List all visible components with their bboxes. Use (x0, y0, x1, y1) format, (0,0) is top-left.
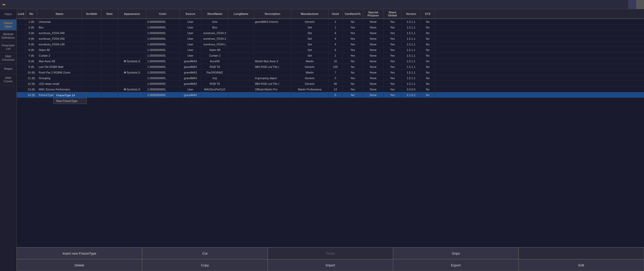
cell-appearance-12: Symbols.S (118, 87, 146, 92)
sidebar-item-dmx-curves[interactable]: DMX Curves (0, 74, 16, 85)
cell-scribble-4 (82, 41, 101, 47)
cell-name-7: Mac Aura XB (37, 58, 82, 64)
delete-button[interactable]: Delete (17, 259, 142, 271)
cell-scribble-6 (82, 53, 101, 58)
cell-no-5: 6 (8) (26, 47, 37, 53)
cell-xyz-7: No (421, 58, 435, 64)
sidebar-item-fixture-types[interactable]: Fixture Types (0, 19, 16, 30)
col-header-xyz: XYZ (421, 9, 435, 18)
cell-note-0 (101, 19, 118, 24)
paste-button[interactable]: Paste (268, 247, 393, 259)
table-row[interactable]: 2 (8) Box 1.0000000000, User Box Set 1 Y… (17, 25, 644, 30)
cell-name-10: Grouping (37, 75, 82, 81)
cell-shortname-6: Curtain 2 (201, 53, 228, 58)
cell-description-12: Official Martin Pro (254, 87, 291, 92)
table-row[interactable]: 9 (8) Led Tile RGB8 Wall 1.0000000000, g… (17, 64, 644, 70)
content-area: Lock No Name Scribble Note Appearance Co… (17, 9, 644, 271)
cell-scribble-12 (82, 87, 101, 92)
cell-longname-8 (228, 64, 254, 69)
cell-lock-3 (17, 36, 26, 41)
cell-xyz-3: No (421, 36, 435, 41)
col-header-scribble: Scribble (82, 9, 101, 18)
table-rows-container: 1 (8) Universal 0.0000000000, User Univ … (17, 19, 644, 98)
context-menu-item-new-fixture[interactable]: New FixtureType (54, 98, 86, 104)
table-row[interactable]: 4 (8) eurotruss_FD34-250 1.0000000000, U… (17, 36, 644, 41)
table-row[interactable]: 3 (8) eurotruss_FD34-300 1.0000000000, U… (17, 30, 644, 36)
sidebar-item-dmx-universes[interactable]: DMX Universes (0, 53, 16, 64)
table-row[interactable]: 10 (8) Rush Par 2 RGBW Zoom Symbols.S 1.… (17, 70, 644, 75)
cell-manufacturer-1: Set (291, 25, 328, 30)
cell-no-8: 9 (8) (26, 64, 37, 69)
cell-scribble-9 (82, 70, 101, 75)
table-row[interactable]: 11 (8) Grouping 1.0000000000, grandMA3 G… (17, 75, 644, 81)
cell-version-11: 1.5.1.1 (402, 81, 421, 86)
cell-canhavech-4: Yes (343, 41, 363, 47)
table-row[interactable]: 13 (8) MAC Encore Performanc Symbols.S 1… (17, 87, 644, 92)
cell-appearance-7: Symbols.S (118, 58, 146, 64)
cell-canhavech-3: Yes (343, 36, 363, 41)
cell-manufacturer-9: Martin (291, 70, 328, 75)
table-row[interactable]: 8 (8) Mac Aura XB Symbols.S 1.0000000000… (17, 58, 644, 64)
cell-used-9: 7 (328, 70, 343, 75)
cell-no-6: 7 (8) (26, 53, 37, 58)
cell-canhavech-7: No (343, 58, 363, 64)
cell-shareglobal-1: Yes (384, 25, 402, 30)
dot-icon (124, 60, 126, 62)
cell-no-10: 11 (8) (26, 75, 37, 81)
cell-appearance-13 (118, 92, 146, 98)
dot-icon (124, 71, 126, 74)
table-row[interactable]: 5 (8) eurotruss_FD34-L90 1.0000000000, U… (17, 41, 644, 47)
cell-canhavech-12: Yes (343, 87, 363, 92)
cell-note-13 (101, 92, 118, 98)
col-header-used: Used (328, 9, 343, 18)
dot-icon (124, 88, 126, 90)
cell-specialpurpose-8: None (363, 64, 384, 69)
cell-scribble-5 (82, 47, 101, 53)
table-row[interactable]: 14 (8) FixtureType 14 1.0000000000, gran… (17, 92, 644, 98)
sidebar-item-stages[interactable]: Stages (0, 64, 16, 74)
cell-used-5: 6 (328, 47, 343, 53)
cell-color-3: 1.0000000000, (146, 36, 180, 41)
context-menu-item-fixture-14[interactable]: FixtureType 14 (54, 92, 86, 98)
empty-button-1 (519, 247, 644, 259)
cell-canhavech-10: Yes (343, 75, 363, 81)
cell-description-5 (254, 47, 291, 53)
table-row[interactable]: 12 (8) LED steps small 1.0000000000, gra… (17, 81, 644, 87)
table-row[interactable]: 6 (8) Stairs 80 1.0000000000, User Stair… (17, 47, 644, 53)
cell-description-0: grandMA3 Univers (254, 19, 291, 24)
cell-name-3: eurotruss_FD34-250 (37, 36, 82, 41)
cell-note-12 (101, 87, 118, 92)
sidebar-item-attribute-definitions[interactable]: Attribute Definitions (0, 30, 16, 41)
cell-version-7: 1.5.1.1 (402, 58, 421, 64)
insert-new-button[interactable]: Insert new FixtureType (17, 247, 142, 259)
sidebar-item-parameter-list[interactable]: Parameter List (0, 42, 16, 53)
cell-used-11: 40 (328, 81, 343, 86)
cell-name-0: Universal (37, 19, 82, 24)
cell-description-6 (254, 53, 291, 58)
cell-shortname-11: RGB T8 (201, 81, 228, 86)
hide-environmental-button[interactable] (628, 0, 636, 9)
cell-source-9: grandMA3 (180, 70, 201, 75)
export-button[interactable]: Export (393, 259, 519, 271)
import-button[interactable]: Import (268, 259, 393, 271)
cell-lock-13 (17, 92, 26, 98)
toolbar-row-1: Insert new FixtureType Cut Paste Oops (17, 247, 644, 259)
cut-button[interactable]: Cut (142, 247, 268, 259)
sidebar-item-patch[interactable]: Patch (0, 9, 16, 19)
oops-button[interactable]: Oops (393, 247, 519, 259)
cell-canhavech-8: No (343, 64, 363, 69)
cell-shareglobal-3: Yes (384, 36, 402, 41)
close-button[interactable] (636, 0, 644, 9)
cell-appearance-9: Symbols.S (118, 70, 146, 75)
table-row[interactable]: 1 (8) Universal 0.0000000000, User Univ … (17, 19, 644, 25)
edit-button[interactable]: Edit (519, 259, 644, 271)
copy-button[interactable]: Copy (142, 259, 268, 271)
col-header-version: Version (402, 9, 421, 18)
cell-color-11: 1.0000000000, (146, 81, 180, 86)
cell-version-0: 1.5.1.1 (402, 19, 421, 24)
cell-color-5: 1.0000000000, (146, 47, 180, 53)
cell-lock-11 (17, 81, 26, 86)
cell-scribble-8 (82, 64, 101, 69)
table-row[interactable]: 7 (8) Curtain 2 1.0000000000, User Curta… (17, 53, 644, 58)
cell-manufacturer-2: Set (291, 30, 328, 36)
